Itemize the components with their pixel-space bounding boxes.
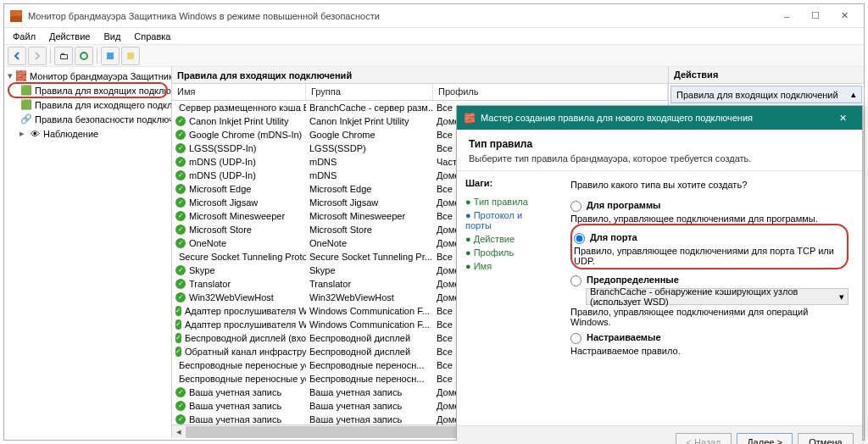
minimize-button[interactable]: –: [772, 7, 801, 25]
tree-root[interactable]: ▾🧱 Монитор брандмауэра Защитника Windows: [6, 69, 170, 83]
tb-last[interactable]: [121, 47, 140, 65]
wizard-step[interactable]: ● Тип правила: [465, 195, 548, 208]
wizard-icon: 🧱: [464, 113, 476, 124]
option-label[interactable]: Предопределенные: [587, 275, 679, 285]
enabled-icon: ✓: [175, 238, 186, 248]
window-title: Монитор брандмауэра Защитника Windows в …: [28, 11, 772, 21]
titlebar: Монитор брандмауэра Защитника Windows в …: [4, 4, 864, 28]
rule-group: Беспроводной дисплей: [306, 333, 433, 343]
rule-name: Microsoft Minesweeper: [189, 211, 285, 221]
chevron-up-icon[interactable]: ▴: [851, 89, 856, 100]
wizard-step[interactable]: ● Протокол и порты: [465, 208, 548, 232]
rule-name: Адаптер прослушивателя Windows Co...: [185, 306, 306, 316]
wizard-step[interactable]: ● Профиль: [465, 246, 548, 259]
nav-tree[interactable]: ▾🧱 Монитор брандмауэра Защитника Windows…: [4, 67, 172, 438]
enabled-icon: ✓: [175, 143, 186, 153]
menu-file[interactable]: Файл: [8, 30, 41, 43]
wizard-content: Правило какого типа вы хотите создать? Д…: [557, 171, 862, 425]
col-group[interactable]: Группа: [306, 84, 433, 100]
enabled-icon: ✓: [175, 401, 186, 411]
maximize-button[interactable]: ☐: [801, 7, 830, 25]
rule-icon: 🟩: [20, 85, 32, 97]
rule-group: Windows Communication F...: [306, 319, 433, 330]
enabled-icon: ✓: [175, 170, 186, 180]
enabled-icon: ✓: [175, 130, 186, 140]
rule-name: Translator: [189, 279, 231, 289]
enabled-icon: ✓: [175, 157, 186, 167]
rule-group: Google Chrome: [306, 130, 433, 140]
menubar: Файл Действие Вид Справка: [4, 28, 864, 45]
wizard-subheading: Выберите тип правила брандмауэра, которо…: [469, 153, 850, 164]
rule-name: OneNote: [189, 238, 226, 248]
menu-view[interactable]: Вид: [98, 30, 125, 43]
radio-0[interactable]: [570, 201, 581, 212]
rule-name: mDNS (UDP-In): [189, 170, 256, 180]
tree-item[interactable]: 🔗Правила безопасности подключения: [6, 112, 170, 126]
radio-2[interactable]: [570, 275, 581, 286]
option-desc: Правило, управляющее подключениями для п…: [574, 246, 843, 266]
rule-name: Secure Socket Tunneling Protocol (SSTP-.…: [179, 252, 306, 262]
wizard-steps: Шаги: ● Тип правила● Протокол и порты● Д…: [457, 171, 557, 425]
wizard-step[interactable]: ● Имя: [465, 259, 548, 273]
wizard-step[interactable]: ● Действие: [465, 232, 548, 246]
firewall-icon: 🧱: [15, 70, 27, 82]
tree-root-label: Монитор брандмауэра Защитника Windows: [30, 71, 172, 81]
rule-group: Беспроводные переносн...: [306, 374, 433, 384]
nav-back-button[interactable]: [8, 47, 26, 65]
cancel-button[interactable]: Отмена: [798, 433, 854, 445]
rule-group: Windows Communication F...: [306, 306, 433, 316]
rule-name: Microsoft Edge: [189, 184, 251, 194]
wizard-question: Правило какого типа вы хотите создать?: [570, 180, 849, 190]
rule-group: Win32WebViewHost: [306, 292, 433, 302]
radio-3[interactable]: [570, 333, 581, 344]
tb-refresh[interactable]: 🗀: [54, 47, 73, 65]
back-button[interactable]: < Назад: [676, 433, 732, 445]
rule-group: Secure Socket Tunneling Pr...: [306, 252, 433, 262]
nav-forward-button[interactable]: [28, 47, 47, 65]
enabled-icon: ✓: [175, 116, 186, 126]
enabled-icon: ✓: [175, 225, 186, 235]
actions-section: Правила для входящих подключений ▴: [670, 86, 862, 103]
rule-type-option: ПредопределенныеBranchCache - обнаружени…: [570, 275, 849, 327]
scroll-left[interactable]: ◂: [172, 425, 186, 438]
rule-type-option: Для программыПравило, управляющее подклю…: [570, 200, 849, 224]
menu-help[interactable]: Справка: [129, 30, 175, 43]
option-label[interactable]: Настраиваемые: [587, 332, 661, 342]
rule-group: Translator: [306, 279, 433, 289]
next-button[interactable]: Далее >: [737, 433, 793, 445]
rule-name: LGSS(SSDP-In): [189, 143, 256, 153]
svg-rect-4: [127, 53, 134, 59]
column-headers[interactable]: Имя Группа Профиль: [172, 84, 668, 101]
chevron-down-icon: ▾: [839, 291, 844, 302]
tree-item[interactable]: 🟩Правила для входящих подключений: [6, 83, 170, 97]
svg-rect-3: [107, 53, 114, 59]
radio-1[interactable]: [574, 233, 585, 244]
menu-action[interactable]: Действие: [44, 30, 95, 43]
wizard-titlebar: 🧱 Мастер создания правила для нового вхо…: [457, 106, 862, 130]
tree-item-label: Правила для входящих подключений: [35, 86, 172, 96]
rule-name: Skype: [189, 265, 215, 275]
rules-panel-title: Правила для входящих подключений: [172, 67, 668, 84]
tree-item[interactable]: ▸👁Наблюдение: [6, 126, 170, 141]
separator: [50, 48, 51, 64]
svg-point-2: [81, 53, 87, 59]
firewall-icon: [9, 9, 23, 23]
close-button[interactable]: ✕: [830, 7, 859, 25]
col-name[interactable]: Имя: [172, 84, 306, 100]
tb-help[interactable]: [101, 47, 120, 65]
tb-export[interactable]: [75, 47, 93, 65]
scroll-thumb[interactable]: [186, 426, 467, 438]
col-profile[interactable]: Профиль: [433, 84, 668, 100]
enabled-icon: ✓: [175, 387, 186, 397]
rule-group: Microsoft Store: [306, 225, 433, 235]
option-label[interactable]: Для порта: [590, 232, 637, 242]
rule-group: Беспроводные переносн...: [306, 360, 433, 370]
wizard-close-button[interactable]: ✕: [830, 108, 855, 127]
rule-icon: 👁: [29, 128, 41, 140]
rule-group: LGSS(SSDP): [306, 143, 433, 153]
enabled-icon: ✓: [175, 279, 186, 289]
enabled-icon: ✓: [175, 265, 186, 275]
rule-name: Microsoft Store: [189, 225, 252, 235]
option-label[interactable]: Для программы: [587, 200, 660, 210]
tree-item[interactable]: 🟩Правила для исходящего подключения: [6, 97, 170, 112]
